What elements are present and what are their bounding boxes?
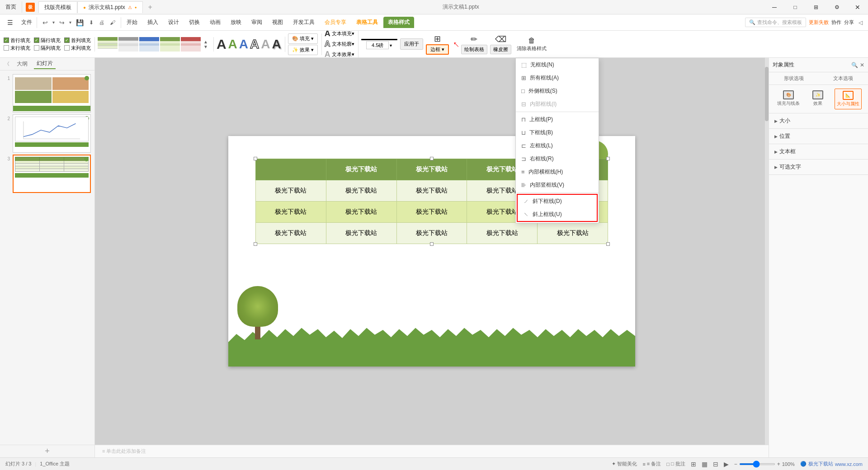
dropdown-item-all-borders[interactable]: ⊞ 所有框线(A): [516, 71, 599, 85]
eraser-btn[interactable]: 橡皮擦: [490, 45, 511, 54]
style-sample-5[interactable]: [181, 37, 201, 52]
panel-size-icon-btn[interactable]: 📐 大小与属性: [835, 89, 862, 109]
zoom-out-btn[interactable]: −: [734, 461, 737, 467]
slide-item-1[interactable]: 1: [4, 74, 91, 113]
text-a-outline[interactable]: A: [250, 37, 259, 52]
panel-fill-icon-btn[interactable]: 🎨 填充与线条: [775, 89, 802, 109]
table-r3c3[interactable]: 极光下载站: [396, 223, 467, 244]
panel-position-section[interactable]: ▶ 位置: [769, 129, 868, 144]
sel-handle-bl[interactable]: [254, 242, 257, 246]
draw-table-btn[interactable]: 绘制表格: [461, 45, 487, 54]
template-tab[interactable]: 找版亮模板: [38, 1, 77, 13]
style-sample-3[interactable]: [139, 37, 159, 52]
first-col-check[interactable]: ✓ 首列填充: [64, 37, 91, 44]
add-slide-btn[interactable]: +: [0, 445, 94, 457]
text-fill-btn[interactable]: A 文本填充▾: [325, 31, 354, 38]
text-a-shadow[interactable]: A: [272, 37, 281, 52]
save-as-btn[interactable]: ⬇: [87, 18, 95, 28]
zoom-slider[interactable]: [739, 463, 775, 465]
menu-table-tool[interactable]: 表格工具: [352, 17, 382, 28]
view-slide-btn[interactable]: ▦: [702, 461, 708, 468]
table-r3c5[interactable]: 极光下载站: [538, 223, 608, 244]
table-header-2[interactable]: 极光下载站: [396, 159, 467, 180]
redo-btn[interactable]: ↪: [57, 17, 66, 28]
save-btn[interactable]: 💾: [74, 17, 85, 28]
table-r1c3[interactable]: 极光下载站: [396, 180, 467, 202]
menu-slideshow[interactable]: 放映: [226, 17, 246, 28]
menu-view[interactable]: 视图: [268, 17, 288, 28]
table-r2c1[interactable]: 极光下载站: [256, 202, 326, 223]
print-btn[interactable]: 🖨: [97, 18, 106, 28]
dropdown-item-inner-h-border[interactable]: ≡ 内部横框线(H): [516, 165, 599, 179]
table-r1c2[interactable]: 极光下载站: [326, 180, 396, 202]
sel-handle-tm[interactable]: [430, 157, 434, 160]
panel-effect-icon-btn[interactable]: ✨ 效果: [811, 89, 825, 109]
table-r2c3[interactable]: 极光下载站: [396, 202, 467, 223]
first-row-check[interactable]: ✓ 首行填充: [4, 37, 30, 44]
dropdown-item-right-border[interactable]: ⊐ 右框线(R): [516, 152, 599, 165]
home-tab[interactable]: 首页: [0, 1, 22, 13]
menu-toggle[interactable]: ☰: [4, 17, 17, 28]
dropdown-item-diag-down[interactable]: ⟋ 斜下框线(D): [518, 195, 597, 208]
panel-search-icon[interactable]: 🔍: [851, 62, 858, 68]
notes-btn[interactable]: ≡ ≡ 备注: [642, 461, 661, 467]
clear-style-btn[interactable]: 🗑 清除表格样式: [514, 35, 549, 54]
redo-dropdown[interactable]: ▾: [68, 18, 72, 27]
sel-handle-bm[interactable]: [430, 242, 434, 246]
fill-btn[interactable]: 🎨 填充 ▾: [288, 33, 318, 44]
table-r3c2[interactable]: 极光下载站: [326, 223, 396, 244]
text-outline-btn[interactable]: A 文本轮廓▾: [325, 39, 354, 49]
dropdown-item-outer-border[interactable]: □ 外侧框线(S): [516, 85, 599, 98]
menu-file[interactable]: 文件: [18, 17, 36, 28]
close-btn[interactable]: ✕: [847, 0, 868, 14]
table-header-1[interactable]: 极光下载站: [326, 159, 396, 180]
menu-table-style[interactable]: 表格样式: [383, 17, 414, 28]
play-btn[interactable]: ▶: [724, 461, 729, 468]
menu-vip[interactable]: 会员专享: [320, 17, 351, 28]
last-col-check[interactable]: 末列填充: [64, 45, 91, 52]
table-r2c2[interactable]: 极光下载站: [326, 202, 396, 223]
panel-textbox-section[interactable]: ▶ 文本框: [769, 144, 868, 160]
restore-btn[interactable]: □: [785, 0, 806, 14]
last-row-check[interactable]: 末行填充: [4, 45, 30, 52]
border-width-input[interactable]: [366, 41, 389, 49]
dropdown-item-bottom-border[interactable]: ⊔ 下框线(B): [516, 126, 599, 139]
dropdown-item-left-border[interactable]: ⊏ 左框线(L): [516, 139, 599, 152]
share-btn[interactable]: 分享: [844, 19, 854, 26]
alt-row-check[interactable]: ✓ 隔行填充: [34, 37, 61, 44]
style-sample-2[interactable]: [118, 37, 138, 52]
tile-btn[interactable]: ⊞: [806, 0, 826, 14]
menu-devtools[interactable]: 开发工具: [288, 17, 319, 28]
slide-item-3[interactable]: 3: [4, 155, 91, 193]
add-tab-btn[interactable]: +: [143, 1, 158, 13]
menu-review[interactable]: 审阅: [247, 17, 267, 28]
panel-toggle[interactable]: ◁: [857, 18, 864, 28]
doc-tab[interactable]: ● 演示文稿1.pptx ⚠ ●: [77, 1, 143, 13]
panel-close-icon[interactable]: ✕: [860, 62, 864, 68]
menu-insert[interactable]: 插入: [143, 17, 163, 28]
smart-beautify-btn[interactable]: ✦ 智能美化: [612, 461, 637, 467]
vertical-scrollbar[interactable]: [765, 58, 769, 445]
format-brush-btn[interactable]: 🖌: [108, 18, 117, 28]
menu-design[interactable]: 设计: [164, 17, 184, 28]
undo-dropdown[interactable]: ▾: [52, 18, 56, 27]
panel-size-section[interactable]: ▶ 大小: [769, 113, 868, 129]
dropdown-item-inner-v-border[interactable]: ⊪ 内部竖框线(V): [516, 179, 599, 192]
search-box[interactable]: 🔍 查找命令、搜索模板: [745, 18, 806, 27]
settings-btn[interactable]: ⚙: [826, 0, 847, 14]
slide-thumb-3[interactable]: [13, 155, 91, 193]
text-a-blue[interactable]: A: [239, 37, 248, 52]
zoom-in-btn[interactable]: +: [777, 461, 780, 467]
table-r3c1[interactable]: 极光下载站: [256, 223, 326, 244]
effect-btn[interactable]: ✨ 效果 ▾: [288, 45, 318, 55]
view-normal-btn[interactable]: ⊞: [691, 461, 696, 468]
dropdown-item-diag-up[interactable]: ⟍ 斜上框线(U): [518, 208, 597, 221]
slide-thumb-2[interactable]: [13, 114, 91, 153]
dropdown-item-top-border[interactable]: ⊓ 上框线(P): [516, 113, 599, 126]
panel-alttext-section[interactable]: ▶ 可选文字: [769, 160, 868, 175]
right-tab-text[interactable]: 文本选项: [819, 72, 868, 85]
style-sample-4[interactable]: [160, 37, 180, 52]
collab-btn[interactable]: 协作: [831, 19, 841, 26]
more-styles-btn[interactable]: ▲▼: [202, 37, 210, 52]
comments-btn[interactable]: □ □ 批注: [666, 461, 685, 467]
